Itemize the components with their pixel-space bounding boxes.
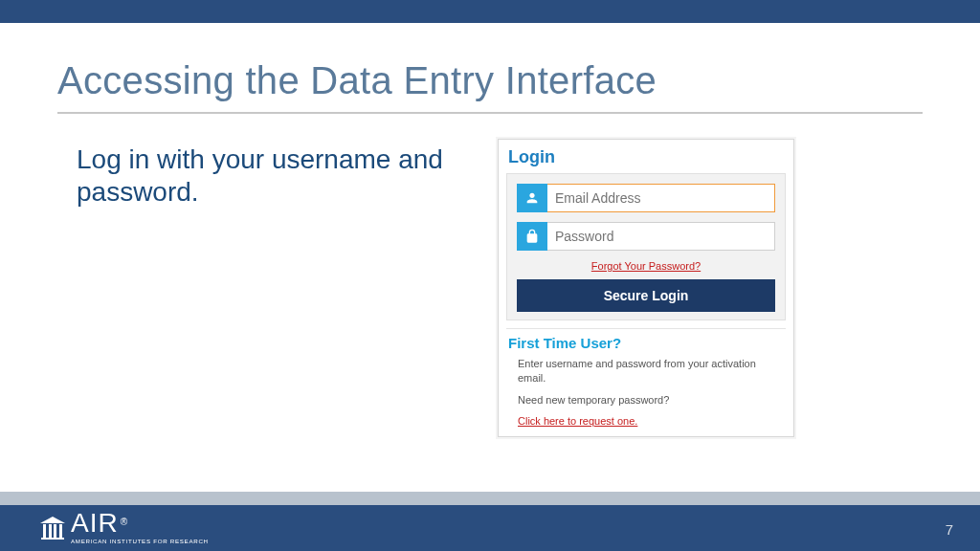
registered-mark: ® bbox=[121, 517, 127, 527]
email-field-row bbox=[517, 184, 775, 212]
login-form: Forgot Your Password? Secure Login bbox=[506, 173, 786, 320]
brand-tagline: AMERICAN INSTITUTES FOR RESEARCH bbox=[71, 538, 209, 544]
slide: Accessing the Data Entry Interface Log i… bbox=[0, 0, 980, 551]
page-title: Accessing the Data Entry Interface bbox=[57, 59, 923, 114]
secure-login-button[interactable]: Secure Login bbox=[517, 279, 775, 312]
password-input[interactable] bbox=[547, 222, 775, 251]
brand-text: AIR® AMERICAN INSTITUTES FOR RESEARCH bbox=[71, 513, 209, 544]
brand-name: AIR bbox=[71, 508, 119, 538]
login-panel: Login Forgot Your Password? Secure Login… bbox=[498, 139, 794, 437]
first-time-user-text-2: Need new temporary password? bbox=[518, 393, 780, 408]
top-bar bbox=[0, 0, 980, 23]
page-number: 7 bbox=[946, 521, 953, 538]
lock-icon bbox=[517, 222, 547, 251]
first-time-user-section: First Time User? Enter username and pass… bbox=[506, 328, 786, 427]
request-password-link[interactable]: Click here to request one. bbox=[518, 415, 637, 427]
first-time-user-heading: First Time User? bbox=[508, 335, 786, 351]
login-heading: Login bbox=[499, 140, 793, 173]
brand-logo: AIR® AMERICAN INSTITUTES FOR RESEARCH bbox=[40, 513, 209, 544]
first-time-user-text-1: Enter username and password from your ac… bbox=[518, 357, 780, 386]
building-icon bbox=[40, 517, 65, 540]
forgot-password-row: Forgot Your Password? bbox=[517, 260, 775, 272]
user-icon bbox=[517, 184, 547, 212]
password-field-row bbox=[517, 222, 775, 251]
footer: AIR® AMERICAN INSTITUTES FOR RESEARCH 7 bbox=[0, 505, 980, 551]
email-input[interactable] bbox=[547, 184, 775, 212]
request-password-row: Click here to request one. bbox=[518, 415, 780, 427]
forgot-password-link[interactable]: Forgot Your Password? bbox=[591, 260, 701, 272]
footer-divider bbox=[0, 492, 980, 505]
instruction-text: Log in with your username and password. bbox=[77, 143, 459, 208]
